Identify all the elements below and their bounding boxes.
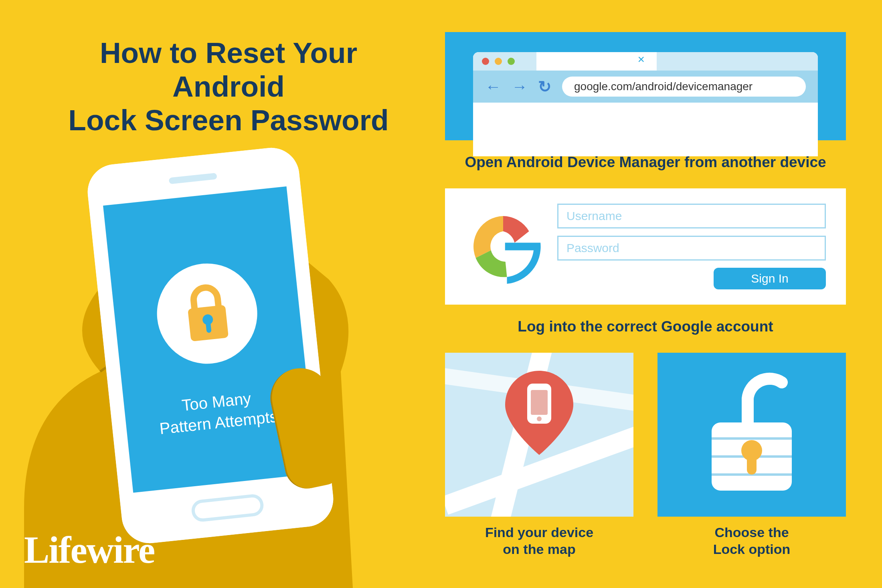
phone-home-button <box>190 493 265 523</box>
map-tile <box>445 353 633 517</box>
lock-message: Too Many Pattern Attempts <box>156 385 279 439</box>
google-logo-icon <box>465 208 541 285</box>
step3-caption: Find your device on the map <box>445 524 633 558</box>
map-pin-icon <box>505 371 573 459</box>
password-field[interactable]: Password <box>557 236 826 261</box>
step1-caption: Open Android Device Manager from another… <box>445 154 846 171</box>
browser-toolbar: ← → ↻ google.com/android/devicemanager <box>473 71 818 103</box>
browser-window: × ← → ↻ google.com/android/devicemanager <box>473 52 818 156</box>
forward-icon: → <box>512 78 528 96</box>
username-placeholder: Username <box>566 209 622 223</box>
step4-caption: Choose the Lock option <box>657 524 846 558</box>
phone-in-hand-illustration: Too Many Pattern Attempts <box>0 147 401 588</box>
steps-column: × ← → ↻ google.com/android/devicemanager… <box>445 32 846 568</box>
window-close-dot <box>482 58 489 65</box>
reload-icon: ↻ <box>538 77 552 96</box>
window-min-dot <box>495 58 502 65</box>
sign-in-button[interactable]: Sign In <box>714 268 826 289</box>
svg-rect-11 <box>747 455 757 475</box>
svg-point-5 <box>537 416 542 421</box>
page-title: How to Reset Your Android Lock Screen Pa… <box>48 36 409 137</box>
login-form: Username Password Sign In <box>557 204 826 289</box>
address-bar-text: google.com/android/devicemanager <box>574 80 753 93</box>
close-icon: × <box>637 53 645 66</box>
steps-row-3-4: Find your device on the map Choose the L… <box>445 353 846 568</box>
username-field[interactable]: Username <box>557 204 826 228</box>
browser-illustration: × ← → ↻ google.com/android/devicemanager <box>445 32 846 140</box>
browser-tab: × <box>536 52 657 71</box>
sign-in-label: Sign In <box>751 272 788 285</box>
lock-tile <box>657 353 846 517</box>
step2-caption: Log into the correct Google account <box>445 318 846 335</box>
unlock-icon <box>704 370 800 499</box>
step4-panel: Choose the Lock option <box>657 353 846 568</box>
step3-panel: Find your device on the map <box>445 353 633 568</box>
lock-icon <box>178 281 236 346</box>
back-icon: ← <box>485 78 501 96</box>
address-bar[interactable]: google.com/android/devicemanager <box>562 77 806 97</box>
phone-speaker <box>169 173 217 184</box>
lock-badge <box>152 259 262 369</box>
password-placeholder: Password <box>566 241 619 255</box>
browser-titlebar: × <box>473 52 818 71</box>
window-max-dot <box>508 58 515 65</box>
brand-logo: Lifewire <box>24 528 154 572</box>
login-illustration: Username Password Sign In <box>445 188 846 305</box>
svg-rect-4 <box>531 390 548 415</box>
